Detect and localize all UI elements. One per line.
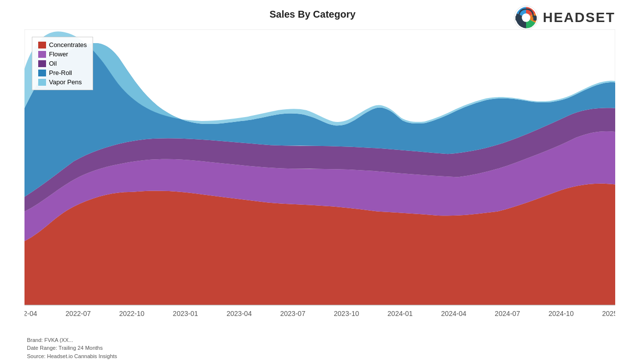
headset-text: HEADSET <box>543 10 615 25</box>
legend-color-concentrates <box>38 42 46 49</box>
footer-source: Source: Headset.io Cannabis Insights <box>27 352 117 361</box>
headset-logo: HEADSET <box>513 5 615 30</box>
legend-label-vapor-pens: Vapor Pens <box>49 78 82 86</box>
svg-text:2022-10: 2022-10 <box>119 310 144 317</box>
chart-area: 2022-04 2022-07 2022-10 2023-01 2023-04 … <box>24 29 615 325</box>
svg-text:2022-07: 2022-07 <box>66 310 91 317</box>
legend-color-oil <box>38 60 46 67</box>
legend-item-concentrates: Concentrates <box>38 41 87 49</box>
footer-brand: Brand: FVKA (XX... <box>27 336 117 344</box>
legend-color-preroll <box>38 70 46 76</box>
svg-text:2023-01: 2023-01 <box>173 310 198 317</box>
chart-svg: 2022-04 2022-07 2022-10 2023-01 2023-04 … <box>24 29 615 325</box>
legend-item-preroll: Pre-Roll <box>38 69 87 76</box>
headset-icon <box>513 5 539 30</box>
svg-text:2024-07: 2024-07 <box>495 310 520 317</box>
svg-text:2022-04: 2022-04 <box>24 310 37 317</box>
legend-item-vapor-pens: Vapor Pens <box>38 78 87 86</box>
legend-label-oil: Oil <box>49 60 57 67</box>
legend-color-flower <box>38 51 46 58</box>
legend-label-preroll: Pre-Roll <box>49 69 72 76</box>
svg-text:2023-04: 2023-04 <box>226 310 252 317</box>
svg-point-1 <box>522 13 530 22</box>
svg-text:2024-04: 2024-04 <box>441 310 467 317</box>
legend-color-vapor-pens <box>38 79 46 86</box>
footer-date-range: Date Range: Trailing 24 Months <box>27 344 117 352</box>
legend-label-flower: Flower <box>49 50 68 58</box>
chart-container: Sales By Category HEADSET Concen <box>0 0 625 364</box>
legend-item-flower: Flower <box>38 50 87 58</box>
svg-text:2024-10: 2024-10 <box>549 310 574 317</box>
legend-label-concentrates: Concentrates <box>49 41 87 49</box>
chart-legend: Concentrates Flower Oil Pre-Roll Vapor P… <box>32 37 93 90</box>
legend-item-oil: Oil <box>38 60 87 67</box>
svg-text:2023-07: 2023-07 <box>280 310 306 317</box>
svg-text:2024-01: 2024-01 <box>387 310 413 317</box>
footer-info: Brand: FVKA (XX... Date Range: Trailing … <box>27 336 117 361</box>
svg-text:2023-10: 2023-10 <box>334 310 359 317</box>
svg-text:2025-01: 2025-01 <box>602 310 615 317</box>
